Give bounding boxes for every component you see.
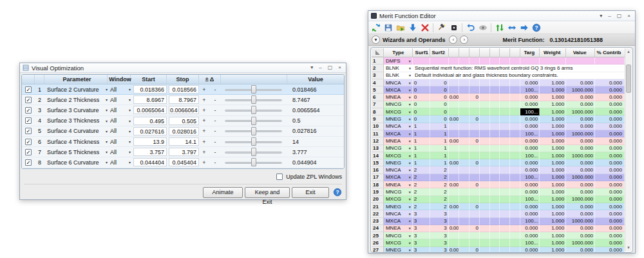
param-cell[interactable] xyxy=(449,145,459,152)
operand-type-select[interactable]: MNEA▾ xyxy=(384,225,413,232)
start-input[interactable]: 0.018366 xyxy=(133,85,167,94)
operand-type-select[interactable]: MNCG▾ xyxy=(384,101,413,108)
weight-cell[interactable]: 1.000 xyxy=(540,203,566,210)
surf1-cell[interactable]: 2 xyxy=(413,196,430,203)
targ-cell[interactable]: 0.000 xyxy=(520,181,540,188)
parameter-select[interactable]: Surface 4 Thickness▾ xyxy=(44,137,108,146)
targ-cell[interactable]: 100... xyxy=(520,108,540,115)
next-icon[interactable]: › xyxy=(460,35,468,44)
param-cell[interactable] xyxy=(500,159,510,166)
param-cell[interactable] xyxy=(469,79,480,86)
open-icon[interactable] xyxy=(395,22,406,33)
param-cell[interactable] xyxy=(449,210,459,217)
param-cell[interactable] xyxy=(500,239,510,246)
param-cell[interactable] xyxy=(490,145,500,152)
operand-type-select[interactable]: MXCA▾ xyxy=(384,218,413,225)
param-cell[interactable] xyxy=(490,137,500,144)
surf1-cell[interactable]: 2 xyxy=(413,203,430,210)
slider-thumb[interactable] xyxy=(251,148,256,156)
parameter-select[interactable]: Surface 5 Thickness▾ xyxy=(44,147,108,157)
param-cell[interactable] xyxy=(449,239,459,246)
surf2-cell[interactable]: 0 xyxy=(430,86,449,94)
weight-cell[interactable]: 1.000 xyxy=(540,145,566,152)
surf1-cell[interactable]: 0 xyxy=(413,86,430,94)
param-cell[interactable] xyxy=(510,86,520,94)
param-cell[interactable] xyxy=(510,57,520,64)
surf2-cell[interactable]: 2 xyxy=(430,181,449,188)
value-slider[interactable] xyxy=(221,95,287,104)
increase-button[interactable]: + xyxy=(199,105,209,115)
surf1-cell[interactable]: 0 xyxy=(413,101,430,108)
targ-cell[interactable]: 0.000 xyxy=(520,225,540,232)
row-enabled-checkbox[interactable]: ✓ xyxy=(25,159,32,166)
increase-button[interactable]: + xyxy=(199,126,209,136)
row-enabled-checkbox[interactable]: ✓ xyxy=(25,86,32,93)
slider-thumb[interactable] xyxy=(251,85,256,94)
surf2-cell[interactable]: 1 xyxy=(430,145,449,152)
surf2-cell[interactable]: 1 xyxy=(430,137,449,144)
param-cell[interactable] xyxy=(490,123,500,130)
param-cell[interactable] xyxy=(500,123,510,130)
mfe-row[interactable]: 7MNCG▾000.0001.0000.0000.000 xyxy=(372,101,625,108)
swap-rows-icon[interactable] xyxy=(494,22,505,33)
surf2-cell[interactable]: 3 xyxy=(430,232,449,239)
weight-cell[interactable] xyxy=(540,57,566,64)
param-cell[interactable] xyxy=(480,196,490,203)
param-cell[interactable] xyxy=(500,101,510,108)
stop-input[interactable]: 14.1 xyxy=(169,137,199,146)
param-cell[interactable] xyxy=(459,218,469,225)
param-cell[interactable] xyxy=(510,101,520,108)
param-cell[interactable] xyxy=(490,166,500,174)
targ-cell[interactable]: 0.000 xyxy=(520,79,540,86)
row-enabled-checkbox[interactable]: ✓ xyxy=(25,149,32,155)
param-cell[interactable] xyxy=(500,181,510,188)
minimize-icon[interactable]: – xyxy=(319,65,321,70)
increase-button[interactable]: + xyxy=(199,116,209,126)
decrease-button[interactable]: - xyxy=(209,137,221,146)
weight-cell[interactable]: 1.000 xyxy=(540,130,566,137)
delete-operand-icon[interactable] xyxy=(419,22,430,33)
weight-cell[interactable]: 1.000 xyxy=(540,218,566,225)
collapse-wizards-icon[interactable]: ▾ xyxy=(372,35,380,44)
surf1-cell[interactable]: 0 xyxy=(413,79,430,86)
surf1-cell[interactable]: 3 xyxy=(413,232,430,239)
param-cell[interactable] xyxy=(490,210,500,217)
mfe-row[interactable]: 17MXCA▾22100...1.0001000.0000.000 xyxy=(372,174,625,181)
param-cell[interactable] xyxy=(469,166,480,174)
slider-thumb[interactable] xyxy=(251,95,256,104)
targ-cell[interactable]: 0.000 xyxy=(520,137,540,144)
param-cell[interactable] xyxy=(469,130,480,137)
vo-row[interactable]: ✓1Surface 2 Curvature▾All▾0.0183660.0185… xyxy=(22,84,344,95)
param-cell[interactable] xyxy=(510,108,520,115)
operand-type-select[interactable]: MXCG▾ xyxy=(384,196,413,203)
mfe-row[interactable]: 19MNCG▾220.0001.0000.0000.000 xyxy=(372,188,625,195)
window-select[interactable]: All▾ xyxy=(108,137,131,146)
mfe-row[interactable]: 1DMFS▾ xyxy=(372,57,625,64)
param-cell[interactable] xyxy=(469,57,480,64)
surf1-cell[interactable]: 3 xyxy=(413,218,430,225)
targ-cell[interactable] xyxy=(520,57,540,64)
param-cell[interactable]: 0.000 xyxy=(449,115,459,123)
decrease-button[interactable]: - xyxy=(209,105,221,115)
surf2-cell[interactable]: 1 xyxy=(430,152,449,159)
mfe-row[interactable]: 23MXCA▾33100...1.0001000.0000.000 xyxy=(372,218,625,225)
vo-row[interactable]: ✓7Surface 5 Thickness▾All▾3.7573.797+-3.… xyxy=(22,147,344,157)
scrollbar-thumb[interactable] xyxy=(626,64,631,93)
surf1-cell[interactable]: 0 xyxy=(413,115,430,123)
param-cell[interactable] xyxy=(480,239,490,246)
maximize-icon[interactable]: ▢ xyxy=(328,65,333,70)
targ-cell[interactable]: 100... xyxy=(520,130,540,137)
param-cell[interactable] xyxy=(510,181,520,188)
param-cell[interactable] xyxy=(469,174,480,181)
surf2-cell[interactable]: 3 xyxy=(430,225,449,232)
parameter-select[interactable]: Surface 2 Thickness▾ xyxy=(44,95,108,104)
operand-type-select[interactable]: MNEG▾ xyxy=(384,115,413,123)
exit-button[interactable]: Exit xyxy=(292,187,329,198)
value-slider[interactable] xyxy=(221,137,287,146)
param-cell[interactable] xyxy=(510,166,520,174)
start-input[interactable]: 0.044404 xyxy=(133,158,167,166)
param-cell[interactable] xyxy=(510,225,520,232)
scrollbar-track[interactable] xyxy=(625,55,632,244)
operand-type-select[interactable]: MNEA▾ xyxy=(384,94,413,101)
weight-cell[interactable]: 1.000 xyxy=(540,108,566,115)
